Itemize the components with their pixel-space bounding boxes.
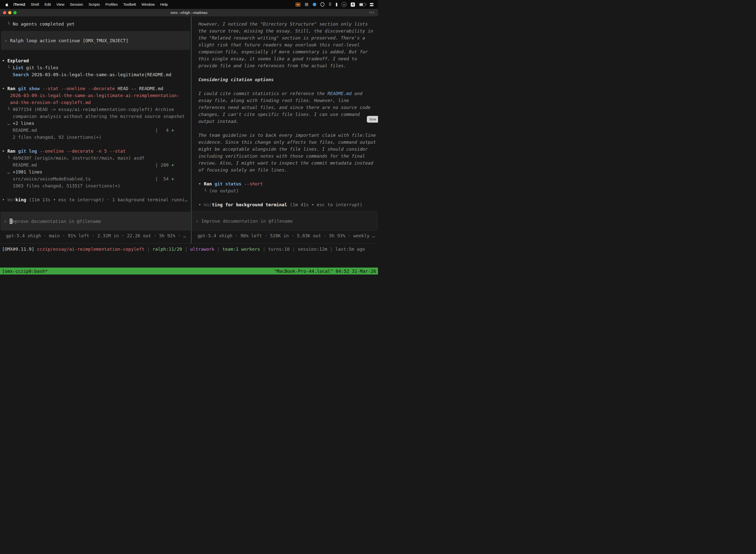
terminal-line: • Working (11m 13s • esc to interrupt) ·…	[2, 196, 189, 203]
menu-item-session[interactable]: Session	[67, 2, 86, 6]
text-segment: …	[2, 169, 13, 174]
text-segment: •	[198, 181, 204, 186]
right-session-status: gpt-5.4 xhigh · 96% left · 520K in · 5.8…	[191, 231, 378, 243]
terminal-line: └ 067f154 (HEAD -> essay/ai-reimplementa…	[2, 106, 189, 113]
menu-item-toolbelt[interactable]: Toolbelt	[121, 2, 139, 6]
zoom-button[interactable]	[13, 11, 17, 14]
text-segment: --stat --oneline --decorate	[43, 86, 115, 91]
text-segment: references need actual files, and since …	[198, 105, 371, 110]
blue-orb-icon[interactable]	[313, 3, 316, 6]
terminal-line	[2, 141, 189, 148]
text-segment: 2026-03-09-is-legal-the-same-as-legitima…	[29, 72, 171, 77]
terminal-line	[198, 125, 376, 132]
banner-prompt-chevron: ›	[4, 38, 7, 43]
terminal-line: README.md | 280 +	[2, 162, 189, 169]
menu-item-view[interactable]: View	[54, 2, 67, 6]
text-segment: |	[182, 246, 190, 252]
terminal-line: review. Also, I might want to inspect th…	[198, 160, 376, 167]
menu-item-shell[interactable]: Shell	[28, 2, 42, 6]
terminal-line: • Explored	[2, 57, 189, 64]
input-source-icon[interactable]: A	[351, 2, 355, 7]
apple-menu[interactable]	[0, 3, 11, 6]
menu-item-help[interactable]: Help	[158, 2, 171, 6]
text-segment: companion file, especially if more comme…	[198, 49, 368, 54]
terminal-line: and-the-erosion-of-copyleft.md	[2, 99, 189, 106]
terminal-line: of focusing solely on file lines.	[198, 167, 376, 173]
terminal-line: including verification notes with those …	[198, 153, 376, 160]
terminal-line: I could cite commit statistics or refere…	[198, 90, 376, 97]
text-segment: Wai	[204, 202, 212, 207]
text-segment: companion analysis without altering the …	[2, 114, 185, 119]
menu-item-scripts[interactable]: Scripts	[86, 2, 103, 6]
terminal-line	[2, 78, 189, 85]
menu-item-profiles[interactable]: Profiles	[103, 2, 121, 6]
text-segment: last:5m ago	[335, 246, 365, 252]
menu-item-iterm2[interactable]: iTerm2	[11, 2, 28, 6]
right-pane-scrollback: However, I noticed the "Directory Struct…	[191, 17, 378, 211]
text-segment: 4b9d30f (origin/main, instructkr/main, m…	[13, 155, 144, 161]
screen-recording-icon[interactable]	[296, 3, 300, 6]
screen-share-chip[interactable]: Scre	[367, 116, 378, 123]
key-icon[interactable]	[336, 3, 337, 6]
menu-item-edit[interactable]: Edit	[42, 2, 54, 6]
dots-grid-icon[interactable]: ⠿	[329, 2, 332, 7]
window-tiles-icon[interactable]: ⊞	[305, 2, 308, 7]
text-segment: · 1 background terminal runni…	[104, 197, 188, 202]
terminal-line: the "Related research writing" section i…	[198, 35, 376, 42]
text-segment: the source tree, missing the essay. Stil…	[198, 28, 373, 34]
right-pane[interactable]: However, I noticed the "Directory Struct…	[191, 17, 378, 243]
terminal-line	[198, 195, 376, 201]
control-center-icon[interactable]	[370, 3, 374, 4]
text-segment: git status	[214, 181, 241, 186]
text-segment: •	[2, 197, 7, 202]
terminal-line	[2, 189, 189, 196]
menu-item-window[interactable]: Window	[139, 2, 158, 6]
omx-status-bar: [OMX#0.11.9] cczip/essay/ai-reimplementa…	[0, 243, 378, 255]
terminal-line: └ No agents completed yet	[2, 20, 189, 27]
text-segment: •	[2, 149, 7, 154]
text-segment: └	[2, 21, 13, 26]
text-segment: src/voice/voiceModeEnabled.ts | 54	[2, 176, 171, 181]
text-segment	[2, 93, 10, 98]
text-segment: List	[13, 65, 23, 70]
left-pane-scrollback: └ No agents completed yet › Ralph loop a…	[0, 17, 191, 212]
text-segment: git log	[18, 149, 37, 154]
terminal-line: essay file, along with finding root file…	[198, 97, 376, 104]
text-segment: +1901 lines	[13, 169, 42, 174]
battery-percentage-icon[interactable]: .61	[341, 2, 346, 7]
terminal-line	[198, 83, 376, 90]
battery-icon[interactable]	[359, 3, 366, 6]
text-segment: this single essay, it seems like a good …	[198, 56, 357, 61]
text-segment: session:12m	[298, 246, 327, 252]
text-segment: king	[15, 197, 26, 202]
close-button[interactable]	[3, 11, 6, 14]
text-segment: ralph:11/20	[152, 246, 182, 252]
prompt-chevron: ›	[4, 219, 7, 224]
menu-bar: iTerm2ShellEditViewSessionScriptsProfile…	[0, 0, 378, 9]
text-segment: └	[2, 65, 13, 70]
terminal-line: The team guideline is to back every impo…	[198, 132, 376, 139]
text-segment: +	[171, 176, 174, 181]
window-shortcut-hint: ⌥⌘1	[369, 9, 375, 16]
right-prompt-input[interactable]: › Improve documentation in @filename	[192, 211, 378, 231]
terminal-line: the source tree, missing the essay. Stil…	[198, 27, 376, 35]
text-segment	[40, 86, 43, 91]
shield-icon[interactable]	[320, 2, 324, 7]
window-title-bar[interactable]: omx --xhigh --madmax ⌥⌘1	[0, 9, 378, 17]
minimize-button[interactable]	[8, 11, 11, 14]
text-segment: (11m 13s • esc to interrupt)	[26, 197, 104, 202]
terminal-line: output instead.	[198, 118, 376, 125]
terminal-line: └ (no output)	[198, 187, 376, 195]
left-pane[interactable]: └ No agents completed yet › Ralph loop a…	[0, 17, 191, 243]
left-session-status: gpt-5.4 xhigh · main · 91% left · 2.31M …	[0, 231, 191, 243]
terminal-line: 2 files changed, 92 insertions(+)	[2, 134, 189, 141]
terminal-line: slight risk that future readers may over…	[198, 42, 376, 48]
text-segment: Ran	[7, 86, 18, 91]
text-segment: •	[198, 202, 204, 207]
terminal-line: changes, I can't cite specific file line…	[198, 111, 376, 118]
input-placeholder: Improve documentation in @filename	[201, 218, 293, 224]
left-prompt-input[interactable]: › I mprove documentation in @filename	[0, 212, 190, 231]
text-segment: --oneline --decorate -n 5 --stat	[40, 149, 126, 154]
text-segment: [OMX#0.11.9]	[2, 246, 37, 252]
text-segment: team:1 workers	[223, 246, 260, 252]
